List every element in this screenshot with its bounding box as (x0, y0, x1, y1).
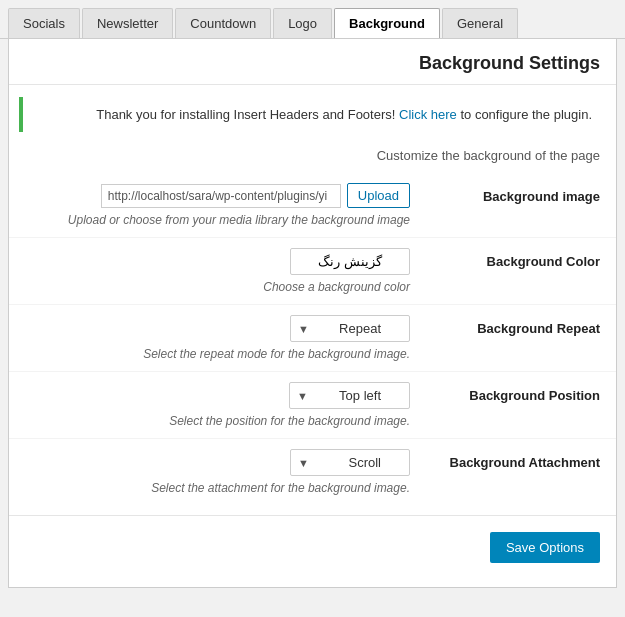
select-row-inner-background-attachment: ScrollFixed▼ (25, 449, 410, 476)
settings-row-background-color: گزینش رنگChoose a background colorBackgr… (9, 237, 616, 304)
content-area: Background Settings .Thank you for insta… (8, 39, 617, 588)
field-area-background-image: UploadUpload or choose from your media l… (25, 183, 410, 227)
field-label-background-color: Background Color (410, 248, 600, 269)
select-row-inner-background-position: Top leftTop centerTop rightCenter leftCe… (25, 382, 410, 409)
background-position-select[interactable]: Top leftTop centerTop rightCenter leftCe… (289, 382, 410, 409)
settings-row-background-attachment: ScrollFixed▼.Select the attachment for t… (9, 438, 616, 505)
dropdown-wrap-background-position: Top leftTop centerTop rightCenter leftCe… (289, 382, 410, 409)
dropdown-wrap-background-attachment: ScrollFixed▼ (290, 449, 410, 476)
field-label-background-attachment: Background Attachment (410, 449, 600, 470)
field-area-background-repeat: RepeatNo RepeatRepeat XRepeat Y▼.Select … (25, 315, 410, 361)
background-image-url-input[interactable] (101, 184, 341, 208)
notice-bar: .Thank you for installing Insert Headers… (19, 97, 606, 132)
field-label-background-position: Background Position (410, 382, 600, 403)
settings-row-background-position: Top leftTop centerTop rightCenter leftCe… (9, 371, 616, 438)
field-area-background-color: گزینش رنگChoose a background color (25, 248, 410, 294)
field-hint-background-image: Upload or choose from your media library… (68, 213, 410, 227)
tab-socials[interactable]: Socials (8, 8, 80, 38)
field-hint-background-attachment: .Select the attachment for the backgroun… (151, 481, 410, 495)
background-attachment-select[interactable]: ScrollFixed (290, 449, 410, 476)
settings-row-background-image: UploadUpload or choose from your media l… (9, 173, 616, 237)
color-picker-button[interactable]: گزینش رنگ (290, 248, 410, 275)
upload-button[interactable]: Upload (347, 183, 410, 208)
fields-container: UploadUpload or choose from your media l… (9, 173, 616, 505)
field-hint-background-repeat: .Select the repeat mode for the backgrou… (143, 347, 410, 361)
field-area-background-position: Top leftTop centerTop rightCenter leftCe… (25, 382, 410, 428)
subtitle: Customize the background of the page (9, 144, 616, 173)
tab-countdown[interactable]: Countdown (175, 8, 271, 38)
field-area-background-attachment: ScrollFixed▼.Select the attachment for t… (25, 449, 410, 495)
save-options-area: Save Options (9, 515, 616, 567)
notice-link[interactable]: Click here (399, 107, 457, 122)
background-repeat-select[interactable]: RepeatNo RepeatRepeat XRepeat Y (290, 315, 410, 342)
tab-background[interactable]: Background (334, 8, 440, 38)
field-label-background-image: Background image (410, 183, 600, 204)
settings-row-background-repeat: RepeatNo RepeatRepeat XRepeat Y▼.Select … (9, 304, 616, 371)
dropdown-wrap-background-repeat: RepeatNo RepeatRepeat XRepeat Y▼ (290, 315, 410, 342)
field-hint-background-position: .Select the position for the background … (169, 414, 410, 428)
tabs-bar: SocialsNewsletterCountdownLogoBackground… (0, 0, 625, 39)
notice-text-after2: to configure the plugin (460, 107, 588, 122)
tab-logo[interactable]: Logo (273, 8, 332, 38)
save-options-button[interactable]: Save Options (490, 532, 600, 563)
tab-newsletter[interactable]: Newsletter (82, 8, 173, 38)
tab-general[interactable]: General (442, 8, 518, 38)
field-hint-background-color: Choose a background color (263, 280, 410, 294)
field-label-background-repeat: Background Repeat (410, 315, 600, 336)
page-title: Background Settings (9, 39, 616, 85)
upload-row-inner: Upload (25, 183, 410, 208)
select-row-inner-background-repeat: RepeatNo RepeatRepeat XRepeat Y▼ (25, 315, 410, 342)
